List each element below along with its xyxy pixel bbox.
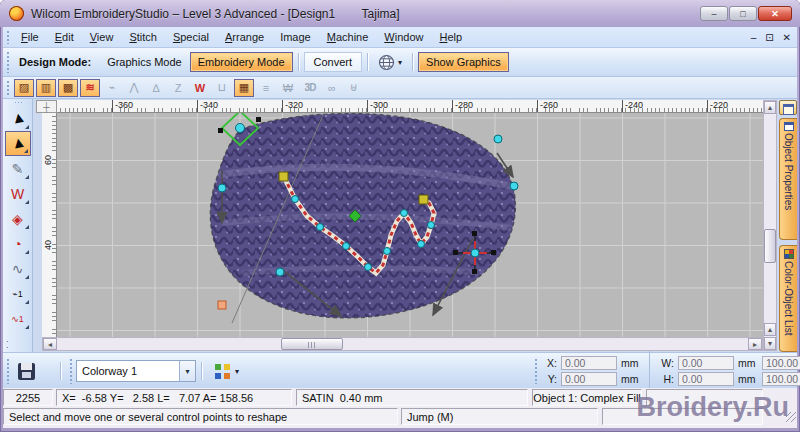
toolbar-grip[interactable]: [69, 358, 74, 384]
reshape-tool[interactable]: ►: [5, 131, 31, 156]
split-view-button[interactable]: ▴: [764, 323, 776, 336]
tatami-fill-icon[interactable]: ▥: [36, 79, 56, 97]
menu-edit[interactable]: Edit: [47, 29, 82, 45]
menu-file[interactable]: File: [13, 29, 47, 45]
menu-machine[interactable]: Machine: [319, 29, 377, 45]
closed-shape-tool[interactable]: ◈: [5, 206, 31, 231]
program-split-icon[interactable]: ▩: [58, 79, 78, 97]
thread-colors-button[interactable]: [215, 364, 230, 379]
object-properties-icon: [784, 122, 794, 131]
colorway-dropdown-button[interactable]: ▾: [179, 361, 195, 381]
ruler-label: 40: [43, 240, 53, 250]
embroidery-design: [57, 113, 763, 337]
toolbar-grip[interactable]: [6, 30, 11, 44]
h-input[interactable]: [678, 372, 734, 386]
satin-stitch-icon[interactable]: W: [190, 79, 210, 97]
tab-color-object-list[interactable]: Color-Object List: [779, 245, 797, 352]
horizontal-scrollbar[interactable]: ◂ ▸: [42, 337, 763, 351]
fusion-fill-icon[interactable]: ▨: [14, 79, 34, 97]
flexi-fill-icon[interactable]: ₩: [278, 79, 298, 97]
scroll-up-button[interactable]: ▴: [764, 101, 776, 114]
tatami-pattern-icon[interactable]: ▦: [234, 79, 254, 97]
palette-swatch: [224, 373, 230, 379]
reshape-object-tool[interactable]: ∿: [5, 256, 31, 281]
select-tool[interactable]: ►: [5, 106, 31, 131]
panel-properties-button[interactable]: [779, 100, 797, 115]
3d-warp-icon[interactable]: 3D: [300, 79, 320, 97]
w-unit: mm: [738, 357, 758, 369]
maximize-icon: □: [740, 9, 745, 19]
menu-help[interactable]: Help: [431, 29, 470, 45]
flexi-split-icon[interactable]: ≋: [80, 79, 100, 97]
menu-view[interactable]: View: [82, 29, 122, 45]
hoop-globe-button[interactable]: ▾: [373, 51, 407, 74]
toolbar-grip[interactable]: [6, 80, 11, 95]
horizontal-scroll-thumb[interactable]: [281, 338, 343, 350]
dropdown-icon: ▾: [185, 367, 189, 376]
e-stitch-icon[interactable]: ⊔: [212, 79, 232, 97]
mdi-close-icon[interactable]: ✕: [783, 32, 791, 43]
convert-button[interactable]: Convert: [304, 52, 363, 72]
selected-object-info: Object 1: Complex Fill: [532, 389, 642, 406]
embroidery-mode-button[interactable]: Embroidery Mode: [190, 52, 293, 72]
tab-object-properties[interactable]: Object Properties: [779, 118, 797, 240]
graphics-mode-button[interactable]: Graphics Mode: [99, 52, 190, 72]
accordion-spacing-icon[interactable]: ≡: [256, 79, 276, 97]
menu-stitch[interactable]: Stitch: [121, 29, 165, 45]
ruler-origin-button[interactable]: ┼: [36, 100, 57, 113]
mdi-minimize-icon[interactable]: –: [751, 32, 757, 43]
menu-arrange[interactable]: Arrange: [217, 29, 272, 45]
palette-dropdown-icon[interactable]: ▾: [235, 367, 239, 376]
stumpwork-icon[interactable]: ⊎: [344, 79, 364, 97]
menu-special[interactable]: Special: [165, 29, 217, 45]
y-input[interactable]: [561, 372, 617, 386]
toolbox-overflow[interactable]: ⁚: [6, 341, 12, 350]
sculpture-run-icon[interactable]: ∆: [146, 79, 166, 97]
trapunto-icon[interactable]: ∞: [322, 79, 342, 97]
toolbar-grip[interactable]: [534, 358, 539, 384]
show-graphics-button[interactable]: Show Graphics: [418, 52, 509, 72]
menu-image[interactable]: Image: [272, 29, 319, 45]
maximize-button[interactable]: □: [729, 6, 757, 21]
close-button[interactable]: ✕: [758, 6, 792, 21]
w-input[interactable]: [678, 356, 734, 370]
scale-x-input[interactable]: [762, 356, 800, 370]
vertical-ruler[interactable]: 60 40: [42, 113, 57, 337]
toolbar-grip[interactable]: [6, 51, 11, 73]
toolbar-grip[interactable]: [6, 358, 11, 384]
palette-swatch: [215, 364, 221, 370]
toolbar-grip[interactable]: [14, 101, 22, 105]
run-stitch-icon[interactable]: ⌁: [102, 79, 122, 97]
circle-ellipse-tool[interactable]: ◔: [5, 231, 31, 256]
menu-window[interactable]: Window: [376, 29, 431, 45]
design-mode-label: Design Mode:: [19, 56, 91, 68]
minimize-button[interactable]: –: [700, 6, 728, 21]
run-stitch-icon: W: [11, 186, 24, 202]
vertical-scrollbar[interactable]: ▴ ▴ ▾: [763, 100, 777, 351]
triple-run-icon[interactable]: ⋀: [124, 79, 144, 97]
mdi-restore-icon[interactable]: ⊡: [765, 32, 773, 43]
circle-icon: ◔: [13, 236, 21, 252]
save-colorway-button[interactable]: [13, 358, 39, 384]
scroll-right-button[interactable]: ▸: [748, 338, 762, 350]
scroll-down-button[interactable]: ▾: [764, 337, 776, 350]
ruler-ticks: [57, 108, 763, 112]
penetration-run-tool[interactable]: ⌁1: [5, 281, 31, 306]
knife-tool[interactable]: ✎: [5, 156, 31, 181]
zigzag-stitch-icon[interactable]: Z: [168, 79, 188, 97]
ruler-label: 60: [43, 155, 53, 165]
scroll-left-button[interactable]: ◂: [43, 338, 57, 350]
run-stitch-digitize-tool[interactable]: W: [5, 181, 31, 206]
scale-y-input[interactable]: [762, 372, 800, 386]
horizontal-ruler[interactable]: -360 -340 -320 -300 -280 -260 -240 -220: [57, 100, 763, 113]
colorway-select[interactable]: Colorway 1 ▾: [76, 360, 196, 382]
triple-run-digitize-tool[interactable]: ∿1: [5, 306, 31, 331]
title-bar[interactable]: Wilcom EmbroideryStudio – Level 3 Advanc…: [0, 0, 800, 27]
design-canvas[interactable]: [57, 113, 763, 337]
close-icon: ✕: [771, 9, 779, 19]
ruler-label: -220: [707, 100, 728, 110]
resize-grip[interactable]: [786, 412, 796, 422]
vertical-scroll-thumb[interactable]: [764, 229, 776, 263]
x-input[interactable]: [561, 356, 617, 370]
y-unit: mm: [621, 373, 641, 385]
